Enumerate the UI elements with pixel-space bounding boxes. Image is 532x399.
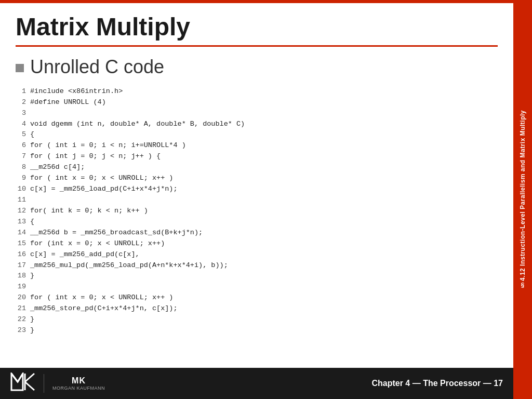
line-content: for ( int x = 0; x < UNROLL; x++ ): [30, 173, 173, 184]
line-number: 6: [16, 140, 30, 151]
line-content: void dgemm (int n, double* A, double* B,…: [30, 119, 245, 130]
code-line: 23}: [16, 325, 498, 336]
right-sidebar: §4.12 Instruction-Level Parallelism and …: [513, 0, 532, 399]
line-content: {: [30, 217, 34, 228]
line-number: 18: [16, 271, 30, 282]
code-line: 11: [16, 195, 498, 206]
code-line: 14 __m256d b = _mm256_broadcast_sd(B+k+j…: [16, 228, 498, 238]
line-number: 15: [16, 238, 30, 249]
code-line: 16 c[x] = _mm256_add_pd(c[x],: [16, 249, 498, 260]
svg-line-1: [11, 374, 18, 382]
bottom-bar: MK MORGAN KAUFMANN Chapter 4 — The Proce…: [0, 368, 513, 399]
line-number: 2: [16, 97, 30, 108]
line-number: 20: [16, 292, 30, 303]
line-number: 17: [16, 260, 30, 271]
line-content: {: [30, 129, 34, 140]
line-number: 11: [16, 195, 30, 206]
line-number: 23: [16, 325, 30, 336]
code-line: 9 for ( int x = 0; x < UNROLL; x++ ): [16, 173, 498, 184]
code-block: 1#include <x86intrin.h>2#define UNROLL (…: [16, 86, 498, 336]
line-content: __m256d c[4];: [30, 162, 85, 173]
code-line: 19: [16, 282, 498, 292]
svg-line-5: [25, 382, 34, 390]
line-content: c[x] = _mm256_add_pd(c[x],: [30, 249, 140, 260]
line-content: c[x] = _mm256_load_pd(C+i+x*4+j*n);: [30, 184, 178, 195]
line-content: for ( int j = 0; j < n; j++ ) {: [30, 151, 161, 162]
code-line: 8 __m256d c[4];: [16, 162, 498, 173]
line-number: 10: [16, 184, 30, 195]
line-content: _mm256_mul_pd(_mm256_load_pd(A+n*k+x*4+i…: [30, 260, 228, 271]
line-number: 3: [16, 108, 30, 119]
logo-area: MK MORGAN KAUFMANN: [10, 373, 105, 395]
line-content: __m256d b = _mm256_broadcast_sd(B+k+j*n)…: [30, 228, 203, 238]
red-separator: [16, 45, 498, 47]
line-content: for ( int x = 0; x < UNROLL; x++ ): [30, 292, 173, 303]
code-line: 6 for ( int i = 0; i < n; i+=UNROLL*4 ): [16, 140, 498, 151]
subtitle-text: Unrolled C code: [30, 56, 164, 78]
logo-left: [10, 373, 35, 395]
line-number: 4: [16, 119, 30, 130]
chapter-info: Chapter 4 — The Processor — 17: [371, 379, 503, 388]
line-number: 1: [16, 86, 30, 97]
code-line: 3: [16, 108, 498, 119]
logo-right: MK MORGAN KAUFMANN: [52, 376, 105, 391]
line-content: for (int x = 0; x < UNROLL; x++): [30, 238, 165, 249]
line-content: }: [30, 271, 34, 282]
code-line: 15 for (int x = 0; x < UNROLL; x++): [16, 238, 498, 249]
code-line: 2#define UNROLL (4): [16, 97, 498, 108]
line-number: 14: [16, 228, 30, 238]
line-content: }: [30, 314, 34, 325]
code-line: 18 }: [16, 271, 498, 282]
sidebar-text: §4.12 Instruction-Level Parallelism and …: [519, 110, 526, 289]
line-number: 8: [16, 162, 30, 173]
code-line: 17 _mm256_mul_pd(_mm256_load_pd(A+n*k+x*…: [16, 260, 498, 271]
line-number: 22: [16, 314, 30, 325]
code-line: 1#include <x86intrin.h>: [16, 86, 498, 97]
code-line: 22 }: [16, 314, 498, 325]
line-number: 16: [16, 249, 30, 260]
line-content: for( int k = 0; k < n; k++ ): [30, 206, 148, 217]
line-number: 9: [16, 173, 30, 184]
line-content: #include <x86intrin.h>: [30, 86, 123, 97]
code-line: 13 {: [16, 217, 498, 228]
code-line: 20 for ( int x = 0; x < UNROLL; x++ ): [16, 292, 498, 303]
page-title: Matrix Multiply: [16, 14, 498, 41]
line-number: 13: [16, 217, 30, 228]
code-line: 21 _mm256_store_pd(C+i+x*4+j*n, c[x]);: [16, 303, 498, 314]
line-number: 21: [16, 303, 30, 314]
line-number: 12: [16, 206, 30, 217]
subtitle-bullet: [16, 64, 24, 72]
line-number: 19: [16, 282, 30, 292]
logo-right-bottom: MORGAN KAUFMANN: [52, 385, 105, 391]
line-number: 7: [16, 151, 30, 162]
logo-divider: [44, 374, 44, 393]
line-content: }: [30, 325, 34, 336]
svg-line-4: [25, 374, 34, 382]
line-content: for ( int i = 0; i < n; i+=UNROLL*4 ): [30, 140, 186, 151]
line-content: _mm256_store_pd(C+i+x*4+j*n, c[x]);: [30, 303, 178, 314]
code-line: 7 for ( int j = 0; j < n; j++ ) {: [16, 151, 498, 162]
code-line: 5{: [16, 129, 498, 140]
subtitle: Unrolled C code: [16, 56, 498, 78]
code-line: 10 c[x] = _mm256_load_pd(C+i+x*4+j*n);: [16, 184, 498, 195]
line-number: 5: [16, 129, 30, 140]
line-content: #define UNROLL (4): [30, 97, 106, 108]
code-line: 4void dgemm (int n, double* A, double* B…: [16, 119, 498, 130]
code-line: 12 for( int k = 0; k < n; k++ ): [16, 206, 498, 217]
main-content: Matrix Multiply Unrolled C code 1#includ…: [0, 3, 513, 399]
logo-right-top: MK: [72, 376, 86, 385]
